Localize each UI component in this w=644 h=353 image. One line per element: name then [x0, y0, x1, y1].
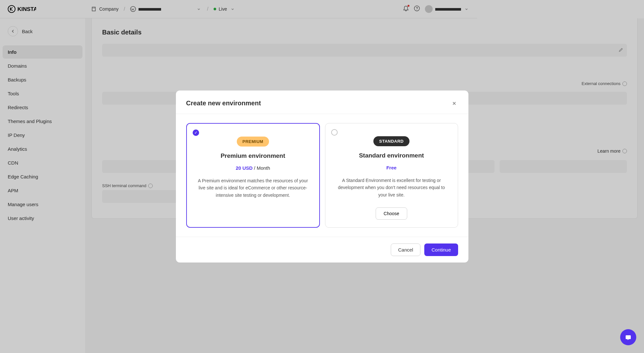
standard-title: Standard environment	[333, 152, 450, 159]
standard-option-card[interactable]: STANDARD Standard environment Free A Sta…	[325, 123, 458, 228]
checkmark-icon: ✓	[194, 130, 197, 135]
standard-description: A Standard Environment is excellent for …	[333, 177, 450, 198]
premium-option-card[interactable]: ✓ PREMIUM Premium environment 20 USD / M…	[186, 123, 320, 228]
premium-description: A Premium environment matches the resour…	[195, 177, 312, 199]
premium-title: Premium environment	[195, 152, 312, 159]
premium-badge: PREMIUM	[237, 137, 269, 147]
premium-price: 20 USD / Month	[195, 165, 312, 171]
continue-button[interactable]: Continue	[424, 243, 458, 256]
modal-title: Create new environment	[186, 100, 261, 107]
choose-button[interactable]: Choose	[376, 207, 407, 220]
radio-unchecked-icon	[331, 129, 338, 136]
radio-checked-icon: ✓	[193, 129, 199, 136]
standard-badge: STANDARD	[373, 136, 409, 146]
create-environment-modal: Create new environment ✓ PREMIUM Premium…	[176, 91, 468, 262]
standard-price: Free	[333, 165, 450, 170]
close-button[interactable]	[450, 100, 458, 107]
cancel-button[interactable]: Cancel	[391, 243, 421, 256]
modal-overlay: Create new environment ✓ PREMIUM Premium…	[0, 0, 477, 262]
close-icon	[452, 101, 457, 106]
